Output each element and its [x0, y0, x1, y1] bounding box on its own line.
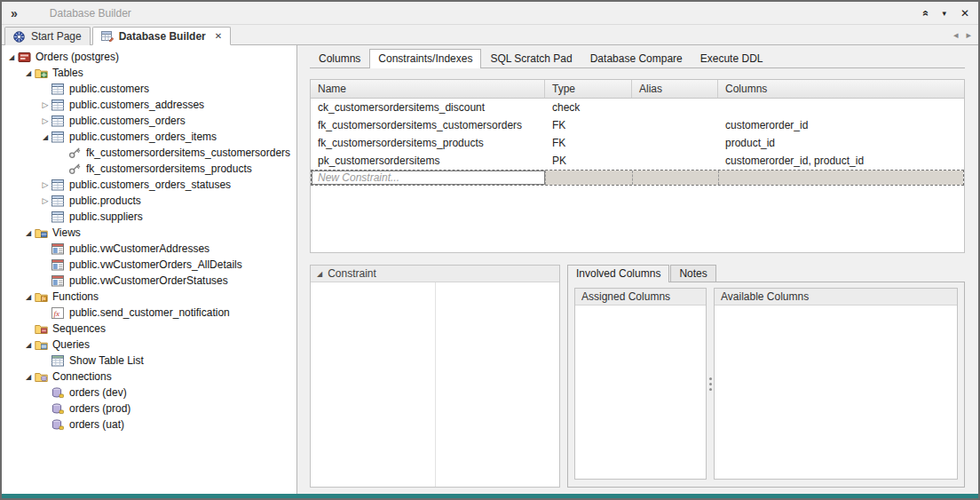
tree-item-label: Sequences — [52, 322, 106, 335]
constraint-row-fk-customersordersitems-customersorders[interactable]: fk_customersordersitems_customersordersF… — [311, 116, 964, 134]
tree-item-fk-customersordersitems-customersorders[interactable]: fk_customersordersitems_customersorders — [2, 145, 296, 161]
collapse-arrow-icon[interactable]: ◢ — [22, 229, 35, 237]
collapse-arrow-icon[interactable]: ◢ — [39, 133, 51, 141]
column-header-type[interactable]: Type — [545, 80, 632, 98]
new-constraint-type-cell[interactable] — [545, 171, 632, 185]
close-window-icon[interactable]: ✕ — [960, 7, 969, 20]
property-value-column — [436, 282, 559, 487]
tree-item-public-vwcustomerorders-alldetails[interactable]: public.vwCustomerOrders_AllDetails — [2, 257, 296, 273]
tree-item-connections[interactable]: ◢Connections — [2, 369, 296, 385]
tree-item-label: orders (uat) — [69, 418, 124, 431]
tree-item-label: fk_customersordersitems_products — [86, 163, 252, 175]
collapse-arrow-icon[interactable]: ◢ — [22, 373, 35, 381]
tree-item-public-suppliers[interactable]: public.suppliers — [2, 209, 296, 225]
cell-columns: product_id — [718, 137, 964, 149]
view-icon — [51, 274, 67, 287]
tab-constraints-indexes[interactable]: Constraints/Indexes — [369, 49, 481, 68]
splitter-grip-icon — [709, 383, 712, 385]
new-constraint-row[interactable]: New Constraint... — [311, 170, 964, 186]
column-header-alias[interactable]: Alias — [632, 80, 718, 98]
vertical-splitter[interactable] — [297, 45, 310, 494]
tree-item-public-customers[interactable]: public.customers — [2, 81, 296, 97]
collapse-arrow-icon[interactable]: ◢ — [5, 53, 18, 61]
app-window: » Database Builder » ▾ ✕ Start PageDatab… — [0, 0, 980, 500]
cell-name: pk_customersordersitems — [311, 155, 545, 167]
column-header-name[interactable]: Name — [311, 80, 545, 98]
column-header-columns[interactable]: Columns — [718, 80, 964, 98]
cell-name: fk_customersordersitems_customersorders — [311, 119, 545, 131]
table-icon — [51, 210, 67, 223]
constraint-property-panel: ◢ Constraint — [310, 265, 560, 488]
new-constraint-input[interactable]: New Constraint... — [312, 171, 545, 185]
nav-forward-icon[interactable]: ▸ — [966, 29, 971, 41]
cell-type: check — [545, 101, 632, 114]
assigned-columns-list[interactable] — [575, 306, 706, 479]
tab-columns[interactable]: Columns — [310, 49, 369, 68]
detail-tab-bar: ColumnsConstraints/IndexesSQL Scratch Pa… — [310, 49, 965, 68]
tree-item-queries[interactable]: ◢Queries — [2, 337, 296, 353]
folder-functions-icon: fx — [35, 290, 50, 303]
cell-columns: customerorder_id, product_id — [718, 155, 964, 167]
tree-item-orders-postgres[interactable]: ◢Orders (postgres) — [2, 49, 296, 65]
available-columns-list[interactable] — [715, 306, 957, 479]
section-collapse-icon[interactable]: ◢ — [317, 270, 322, 278]
tab-sql-scratch-pad[interactable]: SQL Scratch Pad — [481, 49, 581, 68]
assigned-columns-header: Assigned Columns — [575, 289, 706, 306]
tree-item-label: public.products — [69, 194, 141, 207]
tree-item-public-customers-orders[interactable]: ▷public.customers_orders — [2, 113, 296, 129]
connection-icon — [51, 386, 67, 399]
collapse-arrow-icon[interactable]: ◢ — [22, 69, 35, 77]
tree-item-public-vwcustomerorderstatuses[interactable]: public.vwCustomerOrderStatuses — [2, 273, 296, 289]
tree-item-show-table-list[interactable]: Show Table List — [2, 353, 296, 369]
tree-item-public-send-customer-notification[interactable]: fxpublic.send_customer_notification — [2, 305, 296, 321]
tab-execute-ddl[interactable]: Execute DDL — [692, 49, 772, 68]
folder-sequences-icon — [35, 322, 50, 335]
involved-columns-body: Assigned Columns Available Columns — [567, 282, 965, 488]
constraints-grid-header: NameTypeAliasColumns — [311, 80, 964, 99]
dropdown-caret-icon[interactable]: ▾ — [942, 9, 946, 18]
query-icon — [51, 354, 67, 367]
expand-arrow-icon[interactable]: ▷ — [39, 180, 51, 189]
tree-item-label: Show Table List — [69, 354, 144, 367]
doc-tab-label: Database Builder — [119, 30, 206, 43]
table-icon — [51, 115, 67, 127]
tab-involved-columns[interactable]: Involved Columns — [567, 265, 669, 282]
tree-item-orders-uat[interactable]: orders (uat) — [2, 417, 296, 433]
tree-item-orders-prod[interactable]: orders (prod) — [2, 401, 296, 417]
tree-item-public-vwcustomeraddresses[interactable]: public.vwCustomerAddresses — [2, 241, 296, 257]
constraint-row-pk-customersordersitems[interactable]: pk_customersordersitemsPKcustomerorder_i… — [311, 152, 964, 170]
tree-item-public-products[interactable]: ▷public.products — [2, 193, 296, 209]
tree-item-fk-customersordersitems-products[interactable]: fk_customersordersitems_products — [2, 161, 296, 177]
doc-tab-start-page[interactable]: Start Page — [4, 27, 91, 45]
new-constraint-alias-cell[interactable] — [632, 171, 718, 185]
doc-tab-database-builder[interactable]: Database Builder✕ — [92, 27, 231, 45]
constraints-grid: NameTypeAliasColumns ck_customersordersi… — [310, 79, 965, 253]
constraint-panel-header[interactable]: ◢ Constraint — [311, 266, 559, 282]
expand-arrow-icon[interactable]: ▷ — [39, 100, 51, 109]
constraint-panel-title: Constraint — [328, 267, 376, 280]
close-tab-icon[interactable]: ✕ — [215, 31, 222, 41]
view-icon — [51, 242, 67, 255]
tree-item-public-customers-orders-items[interactable]: ◢public.customers_orders_items — [2, 129, 296, 145]
nav-back-icon[interactable]: ◂ — [953, 29, 959, 41]
tab-database-compare[interactable]: Database Compare — [581, 49, 692, 68]
double-chevron-right-icon[interactable]: » — [11, 6, 18, 20]
tree-item-label: fk_customersordersitems_customersorders — [86, 147, 290, 159]
collapse-arrow-icon[interactable]: ◢ — [22, 293, 35, 301]
collapse-panel-icon[interactable]: » — [919, 10, 931, 16]
constraint-row-ck-customersordersitems-discount[interactable]: ck_customersordersitems_discountcheck — [311, 99, 964, 116]
expand-arrow-icon[interactable]: ▷ — [39, 196, 51, 205]
tree-item-orders-dev[interactable]: orders (dev) — [2, 385, 296, 401]
tree-item-sequences[interactable]: Sequences — [2, 321, 296, 337]
tab-notes[interactable]: Notes — [670, 265, 715, 282]
constraint-row-fk-customersordersitems-products[interactable]: fk_customersordersitems_productsFKproduc… — [311, 134, 964, 152]
tree-item-views[interactable]: ◢Views — [2, 225, 296, 241]
tree-item-functions[interactable]: ◢fxFunctions — [2, 289, 296, 305]
new-constraint-columns-cell[interactable] — [718, 171, 963, 185]
tree-item-public-customers-addresses[interactable]: ▷public.customers_addresses — [2, 97, 296, 113]
tree-item-public-customers-orders-statuses[interactable]: ▷public.customers_orders_statuses — [2, 177, 296, 193]
collapse-arrow-icon[interactable]: ◢ — [22, 341, 35, 349]
tree-item-tables[interactable]: ◢Tables — [2, 65, 296, 81]
expand-arrow-icon[interactable]: ▷ — [39, 116, 51, 125]
list-splitter[interactable] — [707, 288, 714, 480]
